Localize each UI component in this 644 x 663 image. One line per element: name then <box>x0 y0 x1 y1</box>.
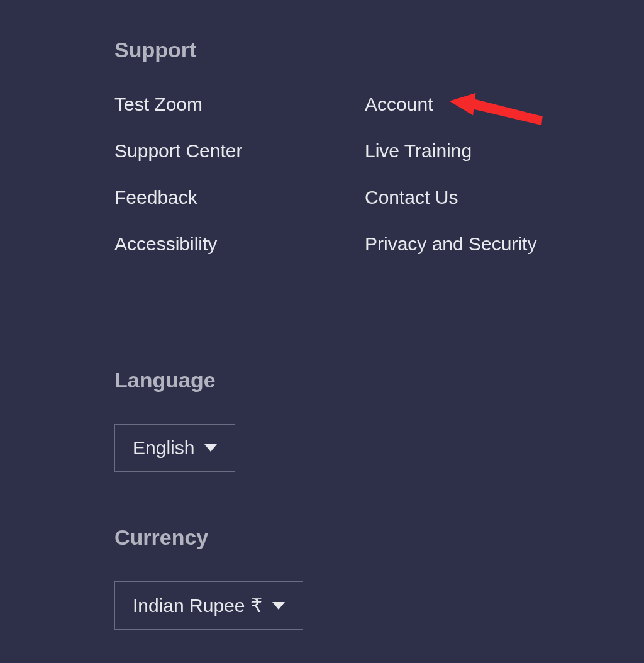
currency-section: Currency Indian Rupee ₹ <box>114 525 644 630</box>
link-feedback[interactable]: Feedback <box>114 187 365 208</box>
link-test-zoom[interactable]: Test Zoom <box>114 94 365 115</box>
support-section: Support Test Zoom Account Support Center… <box>114 38 644 255</box>
currency-heading: Currency <box>114 525 644 550</box>
link-account[interactable]: Account <box>365 94 644 115</box>
link-live-training[interactable]: Live Training <box>365 140 644 162</box>
support-heading: Support <box>114 38 644 62</box>
link-support-center[interactable]: Support Center <box>114 140 365 162</box>
support-links-grid: Test Zoom Account Support Center Live Tr… <box>114 94 644 255</box>
currency-dropdown[interactable]: Indian Rupee ₹ <box>114 581 303 630</box>
link-accessibility[interactable]: Accessibility <box>114 233 365 255</box>
language-selected-value: English <box>133 437 194 459</box>
link-privacy-security[interactable]: Privacy and Security <box>365 233 644 255</box>
language-heading: Language <box>114 368 644 393</box>
language-section: Language English <box>114 368 644 472</box>
link-contact-us[interactable]: Contact Us <box>365 187 644 208</box>
caret-down-icon <box>272 602 285 610</box>
currency-selected-value: Indian Rupee ₹ <box>133 594 262 616</box>
caret-down-icon <box>204 444 217 452</box>
language-dropdown[interactable]: English <box>114 424 235 472</box>
